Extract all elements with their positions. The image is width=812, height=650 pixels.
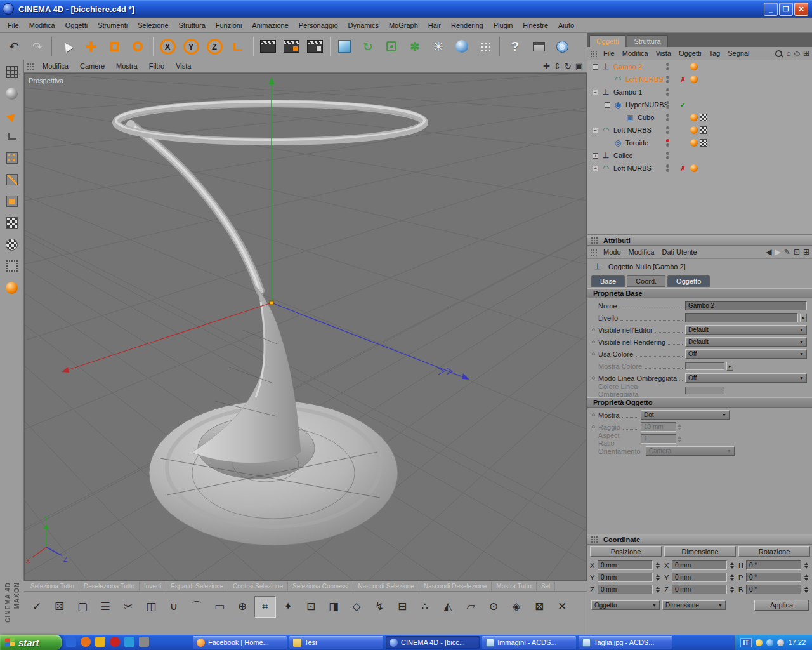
phong-tag-icon[interactable] <box>690 114 698 121</box>
new-panel-icon[interactable]: ⊞ <box>803 248 809 256</box>
menu-rendering[interactable]: Rendering <box>446 19 488 32</box>
tab-coord[interactable]: Coord. <box>627 275 665 287</box>
add-spline-button[interactable]: ↻ <box>357 35 379 58</box>
object-row-cubo[interactable]: ▣ Cubo <box>587 111 812 124</box>
task-cinema4d[interactable]: CINEMA 4D - [bicc... <box>386 636 480 649</box>
posizione-header[interactable]: Posizione <box>590 546 662 557</box>
mesh-tool-icon[interactable]: ◈ <box>506 596 527 618</box>
object-row-calice[interactable]: + ⊥ Calice <box>587 149 812 162</box>
panel-grip-icon[interactable] <box>591 536 599 543</box>
object-label[interactable]: HyperNURBS <box>625 101 669 109</box>
quick-launch-icon[interactable] <box>95 637 105 647</box>
stepper[interactable] <box>730 585 736 594</box>
collapse-icon[interactable]: − <box>605 102 610 108</box>
nascondi-deselezione-button[interactable]: Nascondi Deselezione <box>419 582 492 590</box>
livello-input[interactable] <box>685 313 798 322</box>
mesh-tool-icon[interactable]: ◨ <box>323 596 344 618</box>
pan-view-icon[interactable]: ✚ <box>543 62 550 71</box>
visibility-dots[interactable] <box>666 76 669 83</box>
object-row-loftnurbs-3[interactable]: + ◠ Loft NURBS ✗ <box>587 162 812 175</box>
move-button[interactable] <box>79 35 102 58</box>
menu-animazione[interactable]: Animazione <box>247 19 293 32</box>
edges-mode-button[interactable] <box>3 171 22 189</box>
polygons-mode-button[interactable] <box>3 192 22 210</box>
om-menu-oggetti[interactable]: Oggetti <box>675 48 705 58</box>
visibility-dots[interactable] <box>666 126 669 134</box>
add-nurbs-button[interactable] <box>380 35 403 58</box>
task-facebook[interactable]: Facebook | Home... <box>193 636 287 649</box>
glass-rim-mesh[interactable] <box>116 102 424 142</box>
rot-b-input[interactable]: 0 ° <box>746 585 801 594</box>
rot-p-input[interactable]: 0 ° <box>746 573 801 582</box>
layout-button[interactable] <box>527 35 550 58</box>
texture-tag-icon[interactable] <box>700 114 707 121</box>
add-box-icon[interactable]: ⊞ <box>803 49 809 58</box>
quick-launch-icon[interactable] <box>81 637 91 647</box>
stepper[interactable] <box>730 560 736 570</box>
object-label[interactable]: Loft NURBS <box>613 164 652 172</box>
menu-struttura[interactable]: Struttura <box>174 19 211 32</box>
object-row-loftnurbs-1[interactable]: ◠ Loft NURBS ✗ <box>587 73 812 86</box>
tag-icons[interactable] <box>690 76 698 83</box>
viewport-menu-mostra[interactable]: Mostra <box>111 61 143 71</box>
mesh-tool-icon[interactable]: ⚄ <box>49 596 70 618</box>
workplane-mode-button[interactable] <box>3 257 22 275</box>
pos-x-input[interactable]: 0 mm <box>598 560 653 570</box>
task-immagini[interactable]: Immagini - ACDS... <box>482 636 576 649</box>
visibility-dots[interactable] <box>666 114 669 121</box>
layout-grid-button[interactable] <box>3 63 22 81</box>
menu-plugin[interactable]: Plugin <box>488 19 518 32</box>
live-selection-button[interactable] <box>56 35 79 58</box>
menu-dynamics[interactable]: Dynamics <box>343 19 384 32</box>
render-active-button[interactable] <box>280 35 303 58</box>
language-indicator[interactable]: IT <box>740 638 752 647</box>
task-tesi[interactable]: Tesi <box>289 636 383 649</box>
mesh-tool-icon[interactable]: ✂ <box>117 596 139 618</box>
phong-tag-icon[interactable] <box>690 76 698 83</box>
applica-button[interactable]: Applica <box>754 600 809 611</box>
pos-z-input[interactable]: 0 mm <box>598 585 653 594</box>
panel-grip-icon[interactable] <box>27 63 35 70</box>
visibility-dots[interactable] <box>666 88 669 96</box>
expand-icon[interactable]: + <box>593 166 598 171</box>
generator-enabled-icon[interactable]: ✓ <box>680 101 686 109</box>
lock-y-button[interactable]: Y <box>180 35 202 58</box>
rot-h-input[interactable]: 0 ° <box>746 560 801 570</box>
maximize-button[interactable]: ❐ <box>779 3 793 16</box>
om-menu-modifica[interactable]: Modifica <box>619 48 652 58</box>
scene-3d[interactable]: Y X Z <box>25 74 586 580</box>
am-menu-dati-utente[interactable]: Dati Utente <box>658 247 701 257</box>
add-primitive-button[interactable] <box>333 35 356 58</box>
tab-base[interactable]: Base <box>591 275 625 287</box>
size-x-input[interactable]: 0 mm <box>672 560 727 570</box>
mostra-dropdown[interactable]: Dot <box>641 410 730 420</box>
visibility-dots[interactable] <box>666 63 669 70</box>
help-button[interactable]: ? <box>504 35 527 58</box>
om-menu-tag[interactable]: Tag <box>705 48 724 58</box>
lock-x-button[interactable]: X <box>156 35 179 58</box>
collapse-icon[interactable]: − <box>593 128 598 133</box>
object-label[interactable]: Calice <box>613 152 633 159</box>
add-scene-object-button[interactable] <box>450 35 473 58</box>
mode-dropdown-oggetto[interactable]: Oggetto <box>591 600 660 610</box>
tag-icons[interactable] <box>690 164 698 172</box>
object-row-gambo2[interactable]: − ⊥ Gambo 2 <box>587 60 812 73</box>
object-label[interactable]: Gambo 2 <box>613 63 642 70</box>
quick-launch-icon[interactable] <box>124 637 134 647</box>
am-menu-modifica[interactable]: Modifica <box>625 247 658 257</box>
object-row-hypernurbs[interactable]: − ◉ HyperNURBS ✓ <box>587 98 812 111</box>
mesh-tool-icon[interactable]: ↯ <box>369 596 390 618</box>
mesh-tool-icon[interactable]: ◇ <box>346 596 367 618</box>
render-view-button[interactable] <box>256 35 279 58</box>
texture-tag-icon[interactable] <box>700 126 707 134</box>
collapse-icon[interactable]: − <box>593 90 598 95</box>
keyframe-dot-icon[interactable] <box>592 352 595 355</box>
origin-handle[interactable] <box>270 301 273 305</box>
render-sphere-button[interactable] <box>3 84 22 102</box>
visibility-dots[interactable] <box>666 164 669 172</box>
menu-aiuto[interactable]: Aiuto <box>553 19 579 32</box>
object-row-loftnurbs-2[interactable]: − ◠ Loft NURBS <box>587 124 812 136</box>
tab-oggetti[interactable]: Oggetti <box>589 35 625 47</box>
menu-selezione[interactable]: Selezione <box>133 19 173 32</box>
edit-icon[interactable]: ✎ <box>784 248 790 256</box>
